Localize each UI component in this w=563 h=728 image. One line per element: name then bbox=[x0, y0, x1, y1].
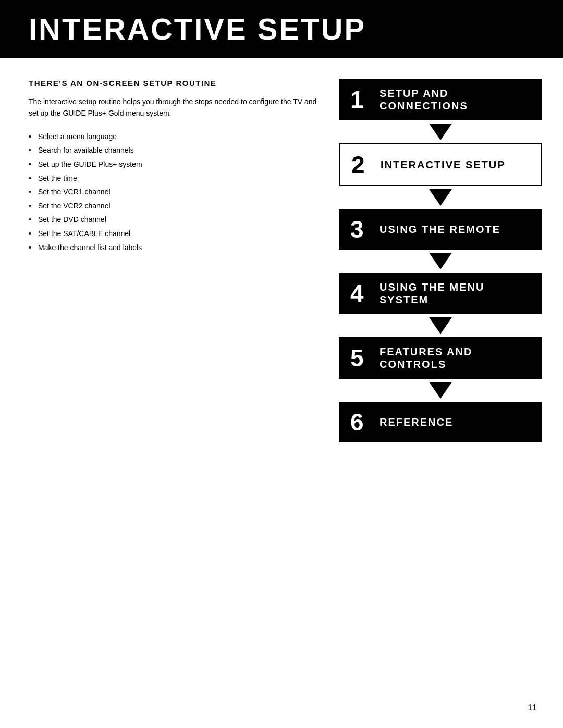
step-6-label: REFERENCE bbox=[380, 416, 453, 428]
chevron-down-icon bbox=[429, 124, 452, 140]
step-1[interactable]: 1 SETUP AND CONNECTIONS bbox=[339, 79, 542, 120]
svg-marker-4 bbox=[429, 382, 452, 399]
right-column: 1 SETUP AND CONNECTIONS 2 INTERACTIVE SE… bbox=[339, 79, 542, 442]
section-body: The interactive setup routine helps you … bbox=[29, 96, 318, 119]
list-item: Search for available channels bbox=[29, 143, 318, 157]
page-number: 11 bbox=[528, 703, 537, 712]
svg-marker-0 bbox=[429, 124, 452, 140]
step-5-number: 5 bbox=[350, 346, 371, 370]
step-3[interactable]: 3 USING THE REMOTE bbox=[339, 209, 542, 250]
step-5[interactable]: 5 FEATURES AND CONTROLS bbox=[339, 337, 542, 379]
step-4-number: 4 bbox=[350, 281, 371, 305]
chevron-down-icon bbox=[429, 317, 452, 334]
chevron-down-icon bbox=[429, 382, 452, 399]
arrow-connector-4 bbox=[339, 314, 542, 337]
step-1-number: 1 bbox=[350, 88, 371, 112]
list-item: Set the VCR2 channel bbox=[29, 199, 318, 213]
list-item: Make the channel list and labels bbox=[29, 241, 318, 255]
step-6[interactable]: 6 REFERENCE bbox=[339, 402, 542, 442]
list-item: Set the DVD channel bbox=[29, 213, 318, 227]
step-3-number: 3 bbox=[350, 217, 371, 241]
arrow-connector-5 bbox=[339, 379, 542, 402]
list-item: Set up the GUIDE Plus+ system bbox=[29, 157, 318, 171]
step-2[interactable]: 2 INTERACTIVE SETUP bbox=[339, 143, 542, 186]
list-item: Set the VCR1 channel bbox=[29, 185, 318, 199]
page-container: INTERACTIVE SETUP THERE'S AN ON-SCREEN S… bbox=[0, 0, 563, 728]
step-3-label: USING THE REMOTE bbox=[380, 223, 500, 236]
svg-marker-1 bbox=[429, 189, 452, 206]
step-2-label: INTERACTIVE SETUP bbox=[381, 158, 506, 171]
svg-marker-2 bbox=[429, 253, 452, 269]
arrow-connector-3 bbox=[339, 250, 542, 273]
step-5-label: FEATURES AND CONTROLS bbox=[380, 346, 531, 371]
chevron-down-icon bbox=[429, 189, 452, 206]
step-6-number: 6 bbox=[350, 410, 371, 434]
svg-marker-3 bbox=[429, 317, 452, 334]
list-item: Set the SAT/CABLE channel bbox=[29, 227, 318, 241]
list-item: Select a menu language bbox=[29, 130, 318, 144]
step-2-number: 2 bbox=[351, 153, 372, 177]
step-4-label: USING THE MENU SYSTEM bbox=[380, 281, 531, 306]
page-header: INTERACTIVE SETUP bbox=[0, 0, 563, 58]
main-content: THERE'S AN ON-SCREEN SETUP ROUTINE The i… bbox=[0, 79, 563, 442]
list-item: Set the time bbox=[29, 171, 318, 186]
chevron-down-icon bbox=[429, 253, 452, 269]
step-1-label: SETUP AND CONNECTIONS bbox=[380, 87, 531, 112]
left-column: THERE'S AN ON-SCREEN SETUP ROUTINE The i… bbox=[29, 79, 318, 442]
arrow-connector-1 bbox=[339, 120, 542, 143]
arrow-connector-2 bbox=[339, 186, 542, 209]
bullet-list: Select a menu language Search for availa… bbox=[29, 130, 318, 254]
page-title: INTERACTIVE SETUP bbox=[29, 11, 542, 46]
step-4[interactable]: 4 USING THE MENU SYSTEM bbox=[339, 273, 542, 314]
section-heading: THERE'S AN ON-SCREEN SETUP ROUTINE bbox=[29, 79, 318, 88]
